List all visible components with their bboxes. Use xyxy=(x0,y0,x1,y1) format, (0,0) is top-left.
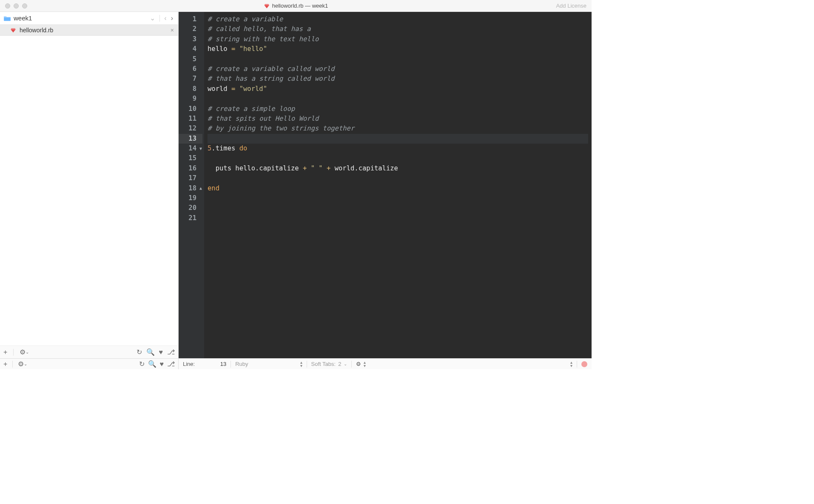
editor-gutter[interactable]: 1234567891011121314▼15161718▲192021 xyxy=(179,12,204,358)
gutter-line-number[interactable]: 5 xyxy=(179,54,202,64)
code-line[interactable]: # create a variable xyxy=(208,14,588,24)
folder-icon xyxy=(3,15,11,21)
gutter-line-number[interactable]: 10 xyxy=(179,104,202,114)
code-line[interactable] xyxy=(208,134,588,144)
status-bar: + ⚙ ⌄ ↻ 🔍 ♥ ⎇ Line: 13 Ruby ▴▾ Soft Tabs… xyxy=(0,358,592,369)
line-indicator[interactable]: Line: 13 xyxy=(183,361,226,367)
code-line[interactable]: # called hello, that has a xyxy=(208,24,588,34)
code-line[interactable] xyxy=(208,173,588,183)
fold-close-icon[interactable]: ▲ xyxy=(199,184,202,193)
gutter-line-number[interactable]: 4 xyxy=(179,44,202,54)
gutter-line-number[interactable]: 14▼ xyxy=(179,144,202,153)
history-forward-button[interactable]: › xyxy=(169,14,175,22)
gutter-line-number[interactable]: 21 xyxy=(179,213,202,223)
code-line[interactable]: # by joining the two strings together xyxy=(208,124,588,133)
gutter-line-number[interactable]: 1 xyxy=(179,14,202,24)
chevron-down-icon: ⌄ xyxy=(24,362,27,366)
zoom-window-button[interactable] xyxy=(22,3,27,8)
gutter-line-number[interactable]: 16 xyxy=(179,164,202,173)
gutter-line-number[interactable]: 20 xyxy=(179,203,202,213)
favorites-button[interactable]: ♥ xyxy=(159,348,163,356)
minimize-window-button[interactable] xyxy=(14,3,19,8)
status-bar-right: Line: 13 Ruby ▴▾ Soft Tabs: 2 ⌄ ⚙ ▴▾ ▴▾ xyxy=(179,359,592,369)
gutter-line-number[interactable]: 13 xyxy=(179,134,202,144)
project-header[interactable]: week1 ⌄ ‹ › xyxy=(0,12,178,25)
gutter-line-number[interactable]: 12 xyxy=(179,124,202,133)
language-name: Ruby xyxy=(235,361,248,367)
chevron-down-icon: ⌄ xyxy=(344,362,347,366)
gutter-line-number[interactable]: 9 xyxy=(179,94,202,104)
gutter-line-number[interactable]: 19 xyxy=(179,193,202,203)
project-dropdown-button[interactable]: ⌄ xyxy=(148,14,157,22)
bundle-settings-button[interactable]: ⚙ ▴▾ xyxy=(356,361,366,368)
gutter-line-number[interactable]: 17 xyxy=(179,173,202,183)
settings-button[interactable]: ⚙ ⌄ xyxy=(18,360,27,368)
divider xyxy=(577,361,577,368)
code-line[interactable]: # string with the text hello xyxy=(208,34,588,44)
divider xyxy=(231,361,231,368)
window-title-text: helloworld.rb — week1 xyxy=(272,3,328,9)
code-line[interactable] xyxy=(208,193,588,203)
chevron-down-icon: ⌄ xyxy=(26,350,29,354)
title-bar: helloworld.rb — week1 Add License xyxy=(0,0,592,12)
settings-button[interactable]: ⚙ ⌄ xyxy=(20,348,29,356)
search-button[interactable]: 🔍 xyxy=(148,360,157,368)
close-tab-button[interactable]: × xyxy=(171,27,174,34)
favorites-button[interactable]: ♥ xyxy=(160,360,164,368)
code-line[interactable]: 5.times do xyxy=(208,144,588,153)
search-button[interactable]: 🔍 xyxy=(146,348,155,356)
code-line[interactable]: world = "world" xyxy=(208,84,588,94)
sidebar-toolbar: + ⚙ ⌄ ↻ 🔍 ♥ ⎇ xyxy=(0,345,178,358)
workspace: week1 ⌄ ‹ › helloworld.rb × + ⚙ ⌄ ↻ 🔍 ♥ … xyxy=(0,12,592,358)
code-line[interactable]: hello = "hello" xyxy=(208,44,588,54)
indent-label: Soft Tabs: xyxy=(311,361,336,367)
symbol-stepper[interactable]: ▴▾ xyxy=(570,361,572,368)
code-line[interactable]: # that has a string called world xyxy=(208,74,588,84)
code-line[interactable] xyxy=(208,54,588,64)
divider xyxy=(159,15,160,22)
gutter-line-number[interactable]: 3 xyxy=(179,34,202,44)
history-back-button[interactable]: ‹ xyxy=(162,14,168,22)
ruby-file-icon xyxy=(264,3,270,9)
scm-button[interactable]: ⎇ xyxy=(167,348,175,356)
code-line[interactable] xyxy=(208,94,588,104)
code-line[interactable]: # that spits out Hello World xyxy=(208,114,588,124)
refresh-button[interactable]: ↻ xyxy=(139,360,145,368)
fold-open-icon[interactable]: ▼ xyxy=(199,144,202,153)
editor-code[interactable]: # create a variable# called hello, that … xyxy=(204,12,592,358)
close-window-button[interactable] xyxy=(5,3,10,8)
line-label: Line: xyxy=(183,361,195,367)
code-line[interactable]: puts hello.capitalize + " " + world.capi… xyxy=(208,164,588,173)
svg-marker-1 xyxy=(264,4,269,5)
code-line[interactable] xyxy=(208,203,588,213)
indent-selector[interactable]: Soft Tabs: 2 ⌄ xyxy=(311,361,347,367)
code-line[interactable] xyxy=(208,213,588,223)
code-line[interactable]: # create a variable called world xyxy=(208,64,588,74)
window-controls xyxy=(0,3,27,8)
gutter-line-number[interactable]: 11 xyxy=(179,114,202,124)
gutter-line-number[interactable]: 18▲ xyxy=(179,184,202,193)
open-file-name: helloworld.rb xyxy=(20,27,167,34)
language-selector[interactable]: Ruby ▴▾ xyxy=(235,361,302,368)
code-line[interactable]: end xyxy=(208,184,588,193)
open-file-tab[interactable]: helloworld.rb × xyxy=(0,25,178,36)
new-file-button[interactable]: + xyxy=(3,360,7,368)
add-license-button[interactable]: Add License xyxy=(556,3,586,9)
new-file-button[interactable]: + xyxy=(3,348,7,356)
refresh-button[interactable]: ↻ xyxy=(137,348,142,356)
gutter-line-number[interactable]: 2 xyxy=(179,24,202,34)
gear-icon: ⚙ xyxy=(18,360,24,368)
gutter-line-number[interactable]: 6 xyxy=(179,64,202,74)
gutter-line-number[interactable]: 15 xyxy=(179,153,202,163)
code-line[interactable] xyxy=(208,153,588,163)
gear-icon: ⚙ xyxy=(356,361,361,367)
divider xyxy=(12,361,13,368)
scm-button[interactable]: ⎇ xyxy=(167,360,175,368)
gutter-line-number[interactable]: 8 xyxy=(179,84,202,94)
gutter-line-number[interactable]: 7 xyxy=(179,74,202,84)
indent-value: 2 xyxy=(338,361,341,367)
divider xyxy=(351,361,352,368)
recording-indicator[interactable] xyxy=(581,361,587,367)
code-line[interactable]: # create a simple loop xyxy=(208,104,588,114)
editor[interactable]: 1234567891011121314▼15161718▲192021 # cr… xyxy=(179,12,592,358)
